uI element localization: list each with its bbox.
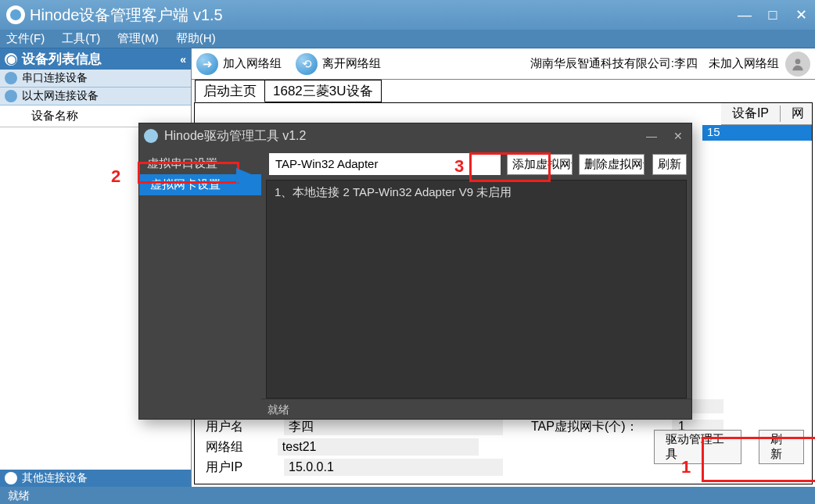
ethernet-icon (5, 90, 17, 102)
nic-list[interactable]: 1、本地连接 2 TAP-Win32 Adapter V9 未启用 (266, 180, 687, 399)
join-group-button[interactable]: ➜ 加入网络组 (196, 53, 282, 75)
ip-label: 用户IP (206, 459, 284, 476)
col-device-ip: 设备IP (721, 105, 781, 122)
col-net: 网 (781, 105, 812, 122)
tab-home[interactable]: 启动主页 (195, 80, 265, 102)
sidebar-footer[interactable]: 其他连接设备 (0, 470, 191, 487)
main-titlebar: Hinode设备管理客户端 v1.5 — □ ✕ (0, 0, 815, 30)
sidebar-ethernet-label: 以太网连接设备 (22, 89, 99, 103)
annotation-1: 1 (681, 457, 691, 477)
ip-value: 15.0.0.1 (284, 459, 503, 476)
dialog-refresh-button[interactable]: 刷新 (652, 154, 687, 175)
menu-file[interactable]: 文件(F) (6, 31, 45, 46)
annotation-arrow-icon (236, 168, 255, 184)
annotation-box-2 (138, 162, 239, 184)
minimize-icon[interactable]: — (731, 0, 759, 30)
sidebar-footer-label: 其他连接设备 (22, 471, 88, 485)
dialog-app-icon (144, 129, 158, 143)
maximize-icon[interactable]: □ (759, 0, 787, 30)
dialog-status: 就绪 (261, 399, 691, 419)
toolbar: ➜ 加入网络组 ⟲ 离开网络组 湖南华辰智通科技有限公司:李四 未加入网络组 (192, 48, 815, 80)
sidebar-title: 设备列表信息 (22, 50, 102, 68)
app-title: Hinode设备管理客户端 v1.5 (30, 5, 223, 26)
adapter-input[interactable]: TAP-Win32 Adapter (269, 153, 501, 175)
row-ip: 15 (707, 125, 720, 138)
annotation-box-1 (702, 437, 815, 482)
tab-device[interactable]: 1682三菱3U设备 (265, 80, 382, 102)
annotation-2: 2 (111, 166, 120, 187)
dialog-titlebar: Hinode驱动管理工具 v1.2 — ✕ (139, 123, 691, 148)
table-header: 设备IP 网 (721, 103, 812, 125)
group-label: 网络组 (206, 439, 278, 456)
menubar: 文件(F) 工具(T) 管理(M) 帮助(H) (0, 30, 815, 48)
annotation-box-3 (469, 152, 551, 182)
company-label: 湖南华辰智通科技有限公司:李四 (530, 56, 698, 71)
leave-group-button[interactable]: ⟲ 离开网络组 (296, 53, 381, 75)
tap-label: TAP虚拟网卡(个)： (531, 419, 672, 435)
menu-manage[interactable]: 管理(M) (117, 31, 159, 46)
menu-tools[interactable]: 工具(T) (62, 31, 100, 46)
group-status: 未加入网络组 (709, 56, 779, 71)
serial-icon (5, 72, 17, 84)
window-controls: — □ ✕ (731, 0, 815, 30)
group-value: test21 (278, 438, 479, 456)
sidebar-item-ethernet[interactable]: 以太网连接设备 (0, 88, 191, 105)
statusbar: 就绪 (0, 487, 815, 504)
svg-point-0 (10, 9, 21, 20)
sidebar-serial-label: 串口连接设备 (22, 71, 88, 85)
tabbar: 启动主页 1682三菱3U设备 (192, 80, 815, 102)
close-icon[interactable]: ✕ (787, 0, 815, 30)
chevron-left-icon[interactable]: « (180, 53, 186, 66)
dialog-minimize-icon[interactable]: — (638, 123, 665, 148)
app-icon (6, 5, 25, 24)
table-row[interactable]: 15 (702, 125, 812, 141)
join-label: 加入网络组 (223, 56, 282, 71)
delete-nic-button[interactable]: 删除虚拟网卡 (579, 154, 644, 175)
menu-help[interactable]: 帮助(H) (176, 31, 216, 46)
join-icon: ➜ (196, 53, 218, 75)
avatar[interactable] (785, 52, 810, 77)
user-info: 湖南华辰智通科技有限公司:李四 未加入网络组 (530, 52, 810, 77)
sidebar-header: ◯ 设备列表信息 « (0, 48, 191, 70)
other-icon (5, 472, 17, 484)
leave-label: 离开网络组 (322, 56, 381, 71)
dialog-nav: 虚拟串口设置 虚拟网卡设置 (139, 148, 261, 419)
dialog-close-icon[interactable]: ✕ (665, 123, 691, 148)
svg-point-1 (795, 59, 801, 64)
list-item[interactable]: 1、本地连接 2 TAP-Win32 Adapter V9 未启用 (275, 185, 678, 200)
user-label: 用户名 (206, 419, 284, 435)
annotation-3: 3 (454, 156, 464, 177)
sidebar-item-serial[interactable]: 串口连接设备 (0, 70, 191, 88)
dialog-title: Hinode驱动管理工具 v1.2 (164, 128, 306, 145)
leave-icon: ⟲ (296, 53, 318, 75)
collapse-icon[interactable]: ◯ (5, 53, 17, 66)
user-value: 李四 (284, 418, 503, 435)
